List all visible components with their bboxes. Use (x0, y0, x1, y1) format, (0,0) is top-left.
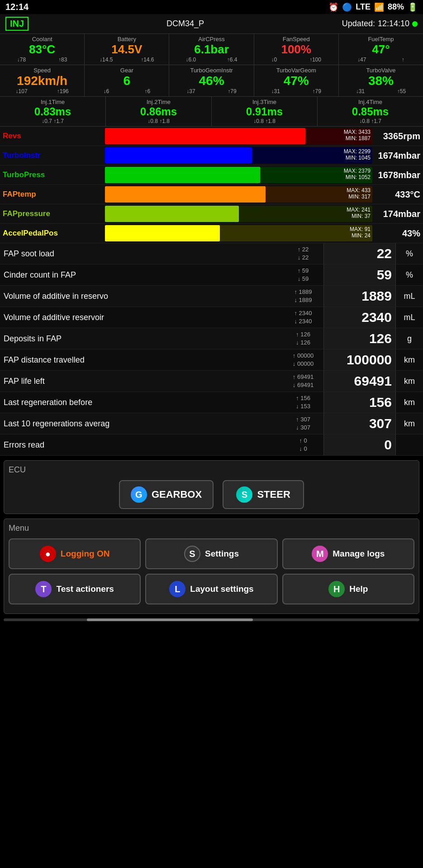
ecu-button-gearbox[interactable]: G GEARBOX (119, 480, 214, 509)
alarm-icon: ⏰ (328, 2, 338, 12)
data-value-0: 22 (323, 243, 396, 264)
header-right: Updated: 12:14:10 (342, 19, 418, 28)
menu-row-1: ● Logging ON S Settings M Manage logs (9, 538, 414, 569)
progress-label-1: TurboInstr (3, 151, 102, 160)
data-table: FAP soot load ↑ 22 ↓ 22 22 % Cinder coun… (0, 243, 423, 456)
progress-value-5: 43% (375, 228, 420, 239)
menu-button-layout-settings[interactable]: L Layout settings (145, 574, 277, 604)
menu-section: Menu ● Logging ON S Settings M Manage lo… (4, 519, 419, 614)
progress-value-2: 1678mbar (375, 170, 420, 180)
ecu-btn-label-0: GEARBOX (152, 489, 202, 500)
ecu-button-steer[interactable]: S STEER (223, 480, 304, 509)
data-label-7: Last regeneration before (0, 393, 283, 412)
sensor-minmax-1: ↓14.5↑14.6 (86, 57, 168, 63)
status-time: 12:14 (5, 2, 29, 12)
sensor2-value-2: 46% (170, 74, 252, 88)
progress-bar-fill-1 (105, 147, 252, 164)
sensor-tile-3: FanSpeed 100% ↓0↑100 (254, 34, 339, 65)
inj-badge[interactable]: INJ (5, 17, 29, 31)
sensor-tile-4: FuelTemp 47° ↓47↑ (339, 34, 423, 65)
menu-button-help[interactable]: H Help (282, 574, 414, 604)
progress-bar-area-5: MAX: 91 MIN: 24 (105, 225, 372, 241)
data-unit-4: g (396, 332, 423, 345)
data-unit-3: mL (396, 311, 423, 324)
data-minmax-3: ↑ 2340 ↓ 2340 (283, 307, 323, 327)
ecu-name: DCM34_P (166, 19, 204, 28)
menu-button-settings[interactable]: S Settings (145, 538, 277, 569)
ecu-btn-label-1: STEER (257, 489, 290, 500)
data-unit-7: km (396, 396, 423, 409)
progress-value-3: 433°C (375, 189, 420, 200)
sensor-value-1: 14.5V (86, 42, 168, 57)
battery-icon: 🔋 (408, 2, 418, 12)
status-bar: 12:14 ⏰ 🔵 LTE 📶 88% 🔋 (0, 0, 423, 14)
progress-label-5: AccelPedalPos (3, 229, 102, 238)
menu-icon2-2: H (328, 581, 345, 597)
data-value-5: 100000 (323, 349, 396, 370)
progress-minmax-1: MAX: 2299 MIN: 1045 (344, 148, 371, 161)
data-label-5: FAP distance travelled (0, 351, 283, 369)
data-minmax-7: ↑ 156 ↓ 153 (283, 392, 323, 412)
data-label-9: Errors read (0, 436, 283, 454)
data-value-4: 126 (323, 328, 396, 349)
sensor2-tile-0: Speed 192km/h ↓107↑196 (0, 65, 85, 96)
menu-button-logging-on[interactable]: ● Logging ON (9, 538, 141, 569)
menu-btn-label-0: Logging ON (61, 549, 110, 559)
progress-row-1: TurboInstr MAX: 2299 MIN: 1045 1674mbar (0, 146, 423, 165)
menu-button-manage-logs[interactable]: M Manage logs (282, 538, 414, 569)
data-unit-5: km (396, 354, 423, 367)
menu-label: Menu (9, 524, 414, 533)
sensor2-label-2: TurboGeomInstr (170, 67, 252, 74)
data-unit-1: % (396, 269, 423, 282)
sensor-tile-1: Battery 14.5V ↓14.5↑14.6 (85, 34, 169, 65)
progress-value-0: 3365rpm (375, 131, 420, 142)
sensor2-label-3: TurboVarGeom (255, 67, 337, 74)
sensor2-tile-2: TurboGeomInstr 46% ↓37↑79 (169, 65, 254, 96)
data-label-8: Last 10 regenerations averag (0, 415, 283, 433)
menu-icon2-0: T (35, 581, 52, 597)
progress-minmax-5: MAX: 91 MIN: 24 (350, 226, 371, 239)
sensor-minmax-2: ↓6.0↑6.4 (170, 57, 252, 63)
progress-minmax-4: MAX: 241 MIN: 37 (347, 207, 371, 219)
progress-bar-fill-3 (105, 186, 266, 203)
scrollbar[interactable] (4, 618, 419, 621)
progress-bar-area-0: MAX: 3433 MIN: 1887 (105, 128, 372, 144)
ecu-section: ECU G GEARBOX S STEER (4, 460, 419, 514)
sensor2-minmax-1: ↓6↑6 (86, 88, 168, 94)
progress-label-3: FAPtemp (3, 190, 102, 199)
progress-bar-fill-5 (105, 225, 220, 241)
sensor2-label-0: Speed (1, 67, 83, 74)
inj-tile-1: Inj.2Time 0.86ms ↓0.8 ↑1.8 (106, 97, 212, 126)
sensor2-value-3: 47% (255, 74, 337, 88)
menu-button-test-actioners[interactable]: T Test actioners (9, 574, 141, 604)
progress-minmax-0: MAX: 3433 MIN: 1887 (344, 129, 371, 142)
inj-label-3: Inj.4Time (318, 99, 422, 105)
data-value-2: 1889 (323, 286, 396, 307)
data-value-7: 156 (323, 392, 396, 413)
inj-minmax-0: ↓0.7 ↑1.7 (1, 118, 105, 124)
signal-icon: 📶 (374, 2, 384, 12)
data-value-8: 307 (323, 413, 396, 434)
menu-btn-label2-1: Layout settings (190, 584, 253, 594)
progress-bar-area-1: MAX: 2299 MIN: 1045 (105, 147, 372, 164)
table-row: Last regeneration before ↑ 156 ↓ 153 156… (0, 392, 423, 413)
injection-time-row: Inj.1Time 0.83ms ↓0.7 ↑1.7 Inj.2Time 0.8… (0, 96, 423, 126)
progress-bar-area-3: MAX: 433 MIN: 317 (105, 186, 372, 203)
menu-row-2: T Test actioners L Layout settings H Hel… (9, 574, 414, 604)
progress-value-4: 174mbar (375, 209, 420, 219)
data-value-1: 59 (323, 264, 396, 285)
sensor2-minmax-4: ↓31↑55 (340, 88, 422, 94)
progress-bar-area-2: MAX: 2379 MIN: 1052 (105, 167, 372, 183)
data-unit-6: km (396, 375, 423, 388)
data-label-2: Volume of additive in reservo (0, 287, 283, 306)
sensor2-tile-1: Gear 6 ↓6↑6 (85, 65, 169, 96)
data-label-4: Deposits in FAP (0, 330, 283, 348)
sensor2-minmax-2: ↓37↑79 (170, 88, 252, 94)
updated-label: Updated: (342, 19, 375, 28)
sensor2-minmax-0: ↓107↑196 (1, 88, 83, 94)
menu-icon-2: M (312, 546, 328, 562)
sensor-label-0: Coolant (1, 36, 83, 42)
sensor2-value-4: 38% (340, 74, 422, 88)
menu-icon-1: S (184, 546, 200, 562)
data-unit-0: % (396, 247, 423, 260)
